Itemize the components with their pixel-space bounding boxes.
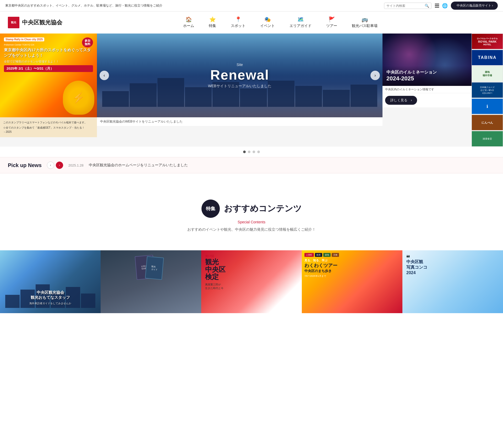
card-waku-waku[interactable]: 人形町 銀座 築地 京橋 見る、知る、学ぶ わくわくツアー 中央区のまち歩き 7…	[302, 250, 402, 313]
site-header: 観光 中央区観光協会 🏠 ホーム ⭐ 特集 📍 スポット 🎭 イベント 🗺️ エ…	[0, 12, 503, 34]
nav-label-bus: 観光バス駐車場	[352, 24, 378, 28]
nav-label-spot: スポット	[231, 24, 245, 28]
hero-right-panel: 中央区のイルミネーション 2024-2025 中央区内のイルミネーション情報です…	[382, 34, 472, 147]
nav-item-event[interactable]: 🎭 イベント	[253, 14, 282, 31]
nav-label-event: イベント	[260, 24, 275, 28]
card-waku-waku-bg: 人形町 銀座 築地 京橋 見る、知る、学ぶ わくわくツアー 中央区のまち歩き 7…	[302, 250, 402, 313]
local-guide-content: LOCALGUIDE 観光ガイド	[101, 250, 201, 313]
ad-royal-park-label: ロイヤルパークホテル ROYAL PARK HOTEL	[477, 37, 498, 46]
building-4	[185, 87, 212, 107]
hero-center-image: Site Renewal WEBサイトリニューアルいたしました ‹ ›	[97, 34, 382, 117]
building-8	[295, 86, 322, 107]
hero-next-button[interactable]: ›	[370, 71, 380, 80]
carousel-dots	[0, 147, 503, 157]
logo-text: 中央区観光協会	[22, 19, 62, 26]
nav-item-spot[interactable]: 📍 スポット	[223, 14, 253, 31]
waku-main: わくわくツアー	[304, 262, 337, 269]
pickup-next-icon: ›	[59, 163, 60, 167]
ad-tabina[interactable]: TABINA	[472, 50, 503, 65]
ad-royal-park[interactable]: ロイヤルパークホテル ROYAL PARK HOTEL	[472, 34, 503, 49]
bus-icon: 🚌	[362, 16, 368, 23]
card-omotenashi[interactable]: 中央区観光協会観光おもてなスタッフ 海外来訪者ガイドをしてみませんか	[0, 250, 101, 313]
building-7	[268, 81, 294, 107]
card-local-guide-bg: LOCALGUIDE 観光ガイド	[101, 250, 201, 313]
ad-map[interactable]: 築地 場外市場	[472, 66, 503, 82]
omotenashi-sub: 海外来訪者ガイドをしてみませんか	[0, 302, 101, 305]
detail-btn[interactable]: 詳しく見る ›	[385, 96, 417, 105]
hero-left-achieve: ☆全てのスタンプを集めて「達成感GET」スマホスタンプ・当たる！	[3, 126, 94, 130]
card-photo-contest-bg: 📷 中央区観写真コンコ2024	[402, 250, 503, 313]
kentei-title: 観光中央区検定	[205, 258, 226, 281]
hero-left-overlay: Stamp Rally in Chuo city 2025 Pokemon Ce…	[0, 34, 97, 117]
hamburger-menu-button[interactable]: ☰	[435, 3, 439, 9]
search-button[interactable]: 🔍	[425, 4, 429, 8]
pickup-prev-button[interactable]: ‹	[47, 162, 54, 169]
dot-2[interactable]	[248, 151, 250, 153]
pickup-next-button[interactable]: ›	[56, 162, 63, 169]
card-kanko-kentei-bg: 第17回 観光中央区検定 萬屋重三郎が生きた時代と今	[201, 250, 302, 313]
waku-tag-tsukiji: 築地	[323, 253, 331, 257]
dot-1[interactable]	[243, 151, 246, 153]
building-1	[102, 91, 129, 107]
card-local-guide[interactable]: LOCALGUIDE 観光ガイド	[101, 250, 201, 313]
hero-date-badge: 2025年 2/1（土）〜3/31（月）	[4, 65, 93, 72]
nav-item-home[interactable]: 🏠 ホーム	[176, 14, 201, 31]
spacer	[0, 173, 503, 189]
nav-label-tokushu: 特集	[209, 24, 216, 28]
nav-label-area: エリアガイド	[289, 24, 311, 28]
ad-info-icon: ℹ	[486, 104, 488, 109]
ad-map-label: 築地 場外市場	[483, 70, 492, 77]
nav-item-tour[interactable]: 🚩 ツアー	[319, 14, 345, 31]
ad-tabina-label: TABINA	[478, 55, 496, 60]
ad-hasegawa[interactable]: 漣漆食堂	[472, 131, 503, 147]
ad-hasegawa-label: 漣漆食堂	[483, 137, 492, 141]
top-bar: 東京都中央区のおすすめスポット、イベント、グルメ、ホテル、駐車場など、旅行・観光…	[0, 0, 503, 12]
illumination-year: 2024-2025	[386, 75, 468, 82]
nav-item-bus[interactable]: 🚌 観光バス駐車場	[345, 14, 385, 31]
ad-ninben[interactable]: にんべん	[472, 115, 503, 130]
top-bar-right: 🔍 ☰ 🌐 中央区の逸品販売サイト ›	[384, 2, 498, 10]
dot-3[interactable]	[253, 151, 255, 153]
kentei-num: 第17回	[205, 254, 214, 258]
pickup-date: 2025.1.28	[68, 163, 84, 167]
event-icon: 🎭	[264, 16, 271, 23]
hero-illumination-image: 中央区のイルミネーション 2024-2025	[382, 34, 472, 86]
star-icon: ⭐	[209, 16, 216, 23]
flag-icon: 🚩	[329, 16, 335, 23]
nav-label-home: ホーム	[183, 24, 194, 28]
card-kanko-kentei[interactable]: 第17回 観光中央区検定 萬屋重三郎が生きた時代と今	[201, 250, 302, 313]
card-photo-contest[interactable]: 📷 中央区観写真コンコ2024	[402, 250, 503, 313]
nav-item-area[interactable]: 🗺️ エリアガイド	[282, 14, 319, 31]
search-bar: 🔍	[384, 3, 431, 9]
renewal-text-area: Site Renewal WEBサイトリニューアルいたしました	[208, 63, 271, 89]
search-input[interactable]	[386, 4, 423, 8]
special-subtitle: Special Contents	[8, 220, 495, 224]
site-tagline: 東京都中央区のおすすめスポット、イベント、グルメ、ホテル、駐車場など、旅行・観光…	[5, 3, 162, 8]
pickup-text: 中央区観光協会のホームページをリニューアルいたしました	[89, 163, 188, 168]
building-3	[157, 78, 184, 107]
renewal-sub: Site	[208, 63, 271, 67]
logo-area: 観光 中央区観光協会	[8, 17, 65, 28]
illumination-overlay: 中央区のイルミネーション 2024-2025	[382, 66, 472, 86]
waku-sub: 中央区のまち歩き	[304, 269, 332, 273]
waku-tags: 人形町 銀座 築地 京橋	[304, 253, 339, 257]
language-button[interactable]: 🌐	[442, 3, 448, 9]
waku-tag-ginza: 銀座	[315, 253, 322, 257]
home-icon: 🏠	[185, 16, 192, 23]
ad-sidebar: ロイヤルパークホテル ROYAL PARK HOTEL TABINA 築地 場外…	[472, 34, 503, 147]
free-badge: 参加無料	[82, 37, 93, 47]
shop-site-button[interactable]: 中央区の逸品販売サイト ›	[451, 2, 498, 10]
nav-item-tokushu[interactable]: ⭐ 特集	[201, 14, 223, 31]
hero-left-title: 東京都中央区内17カ所のスポットをめぐってスタンプをゲットしよう！	[4, 47, 93, 58]
hero-left-panel: Stamp Rally in Chuo city 2025 Pokemon Ce…	[0, 34, 97, 147]
ad-info[interactable]: ℹ	[472, 98, 503, 114]
hero-left-desc: このスタンプラリーはスマートフォンなどのモバイル端末で遊べます。 ☆全てのスタン…	[0, 117, 97, 137]
hero-prev-button[interactable]: ‹	[100, 71, 109, 80]
dot-4[interactable]	[257, 151, 260, 153]
photo-icon: 📷	[406, 254, 410, 258]
hero-left-caption: －2025	[3, 130, 94, 134]
hero-right-btn-area: 詳しく見る ›	[382, 93, 472, 107]
detail-btn-label: 詳しく見る ›	[390, 98, 412, 103]
hero-left-qr-text: このスタンプラリーはスマートフォンなどのモバイル端末で遊べます。	[3, 120, 94, 125]
ad-nihon-cruise[interactable]: 日本橋クルーズ ほど近い駅1分 1泊3,050〜	[472, 82, 503, 98]
